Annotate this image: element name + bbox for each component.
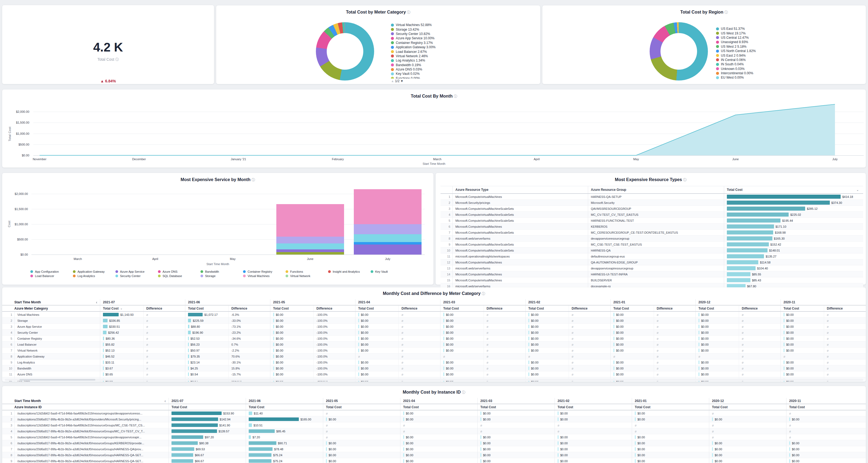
difference-column-header[interactable]: Difference [569,306,610,311]
legend-item-container-registry[interactable]: Container Registry [243,270,285,273]
scrollbar-thumb[interactable] [20,379,95,381]
total-cost-column-header[interactable]: Total Cost [632,404,709,410]
page-down-icon[interactable]: ▼ [400,79,404,83]
legend-item-us-east-2[interactable]: US East 2 0.94% [716,53,833,57]
month-header[interactable]: 2021-02 [555,398,632,404]
total-cost-column-header[interactable]: Total Cost⌄ [100,306,143,311]
total-cost-column-header[interactable]: Total Cost [400,404,477,410]
legend-item-virtual-machines[interactable]: Virtual Machines 52.88% [391,23,505,27]
total-cost-column-header[interactable]: Total Cost [555,404,632,410]
total-cost-column-header[interactable]: Total Cost [610,306,654,311]
month-header[interactable]: 2021-06 [246,398,323,404]
difference-column-header[interactable]: Difference [313,306,355,311]
info-icon[interactable]: ⓘ [407,10,410,15]
total-cost-column-header[interactable]: Total Cost [168,404,246,410]
legend-item-azure-app-service[interactable]: Azure App Service 10.00% [391,36,505,40]
difference-column-header[interactable]: Difference [228,306,270,311]
month-header[interactable]: 2021-02 [525,299,610,305]
total-cost-column-header[interactable]: Total Cost [709,404,786,410]
info-icon[interactable]: ⓘ [116,57,119,61]
month-header[interactable]: 2021-03 [440,299,525,305]
legend-item-load-balancer[interactable]: Load Balancer [30,274,73,278]
legend-item-virtual-machines[interactable]: Virtual Machines [243,274,285,278]
legend-item-security-center[interactable]: Security Center [116,274,158,278]
legend-item-us-central[interactable]: US Central 12.47% [716,35,833,40]
difference-column-header[interactable]: Difference [399,306,440,311]
info-icon[interactable]: ⓘ [462,390,465,395]
legend-item-insight-and-analytics[interactable]: Insight and Analytics [328,270,371,273]
collapse-chevron-icon[interactable]: ‹ [96,300,100,305]
month-header[interactable]: 2021-01 [632,398,709,404]
total-cost-column-header[interactable]: Total Cost [786,404,863,410]
info-icon[interactable]: ⓘ [724,10,728,15]
legend-item-application-gateway[interactable]: Application Gateway 3.00% [391,45,505,49]
legend-item-functions[interactable]: Functions 0.00% [391,76,505,79]
legend-item-bandwidth[interactable]: Bandwidth [200,270,243,273]
legend-item-log-analytics[interactable]: Log Analytics 1.34% [391,58,505,63]
legend-item-azure-dns[interactable]: Azure DNS 0.03% [391,67,505,71]
legend-item-azure-app-service[interactable]: Azure App Service [116,270,158,273]
info-icon[interactable]: ⓘ [683,178,686,182]
sort-icon[interactable]: ⌄ [857,189,859,192]
month-header[interactable]: 2020-12 [709,398,786,404]
legend-item-storage[interactable]: Storage [200,274,243,278]
legend-item-us-north-central[interactable]: US North Central 1.82% [716,49,833,53]
difference-column-header[interactable]: Difference [739,306,780,311]
legend-item-intercontinental[interactable]: Intercontinental 0.00% [716,71,833,75]
total-cost-column-header[interactable]: Total Cost [525,306,569,311]
month-header[interactable]: 2021-06 [185,299,270,305]
azure-instance-id-header[interactable]: Azure Instance ID [14,405,168,409]
difference-column-header[interactable]: Difference [484,306,525,311]
legend-item-eu-west[interactable]: EU West 0.00% [716,75,833,80]
column-header-total-cost[interactable]: Total Cost⌄ [724,186,863,193]
total-cost-column-header[interactable]: Total Cost [780,306,824,311]
month-header[interactable]: 2020-11 [780,299,866,305]
legend-item-in-south[interactable]: IN South 0.04% [716,62,833,66]
legend-item-container-registry[interactable]: Container Registry 3.17% [391,41,505,45]
legend-item-us-west[interactable]: US West 19.17% [716,31,833,35]
legend-item-us-east[interactable]: US East 51.37% [716,27,833,31]
legend-item-security-center[interactable]: Security Center 10.82% [391,32,505,36]
month-header[interactable]: 2021-05 [323,398,400,404]
column-header-azure-resource-type[interactable]: Azure Resource Type [453,186,588,193]
legend-item-unassigned[interactable]: Unassigned 8.93% [716,40,833,44]
month-header[interactable]: 2021-05 [270,299,355,305]
legend-item-application-gateway[interactable]: Application Gateway [73,270,116,273]
total-cost-column-header[interactable]: Total Cost [323,404,400,410]
month-header[interactable]: 2021-07 [168,398,246,404]
legend-item-azure-dns[interactable]: Azure DNS [158,270,200,273]
total-cost-column-header[interactable]: Total Cost [185,306,228,311]
legend-item-key-vault[interactable]: Key Vault 0.02% [391,71,505,76]
legend-item-storage[interactable]: Storage 13.42% [391,27,505,31]
month-header[interactable]: 2021-04 [400,398,477,404]
azure-meter-category-header[interactable]: Azure Meter Category [14,307,100,310]
column-header-azure-resource-group[interactable]: Azure Resource Group [588,186,724,193]
legend-item-sql-database[interactable]: SQL Database [158,274,200,278]
legend-item-log-analytics[interactable]: Log Analytics [73,274,116,278]
difference-column-header[interactable]: Difference [654,306,695,311]
page-up-icon[interactable]: ▲ [391,79,394,83]
legend-item-in-central[interactable]: IN Central 0.06% [716,58,833,62]
total-cost-column-header[interactable]: Total Cost [440,306,484,311]
month-header[interactable]: 2020-12 [695,299,780,305]
month-header[interactable]: 2021-03 [477,398,555,404]
total-cost-column-header[interactable]: Total Cost [355,306,399,311]
month-header[interactable]: 2021-07 [100,299,185,305]
difference-column-header[interactable]: Difference [824,306,866,311]
legend-item-key-vault[interactable]: Key Vault [371,270,413,273]
legend-item-app-configuration[interactable]: App Configuration [30,270,73,273]
month-header[interactable]: 2020-11 [786,398,863,404]
region-donut[interactable] [650,22,708,81]
month-header[interactable]: 2021-04 [355,299,440,305]
legend-item-us-west-2[interactable]: US West 2 5.18% [716,45,833,49]
legend-item-bandwidth[interactable]: Bandwidth 0.19% [391,63,505,67]
difference-column-header[interactable]: Difference [143,306,185,311]
total-cost-column-header[interactable]: Total Cost [477,404,555,410]
total-cost-column-header[interactable]: Total Cost [270,306,313,311]
legend-item-functions[interactable]: Functions [285,270,328,273]
total-cost-column-header[interactable]: Total Cost [246,404,323,410]
sort-icon[interactable]: ⌄ [120,307,122,310]
info-icon[interactable]: ⓘ [251,178,255,182]
legend-item-virtual-network[interactable]: Virtual Network 2.46% [391,54,505,58]
collapse-chevron-icon[interactable]: ‹ [164,399,168,403]
